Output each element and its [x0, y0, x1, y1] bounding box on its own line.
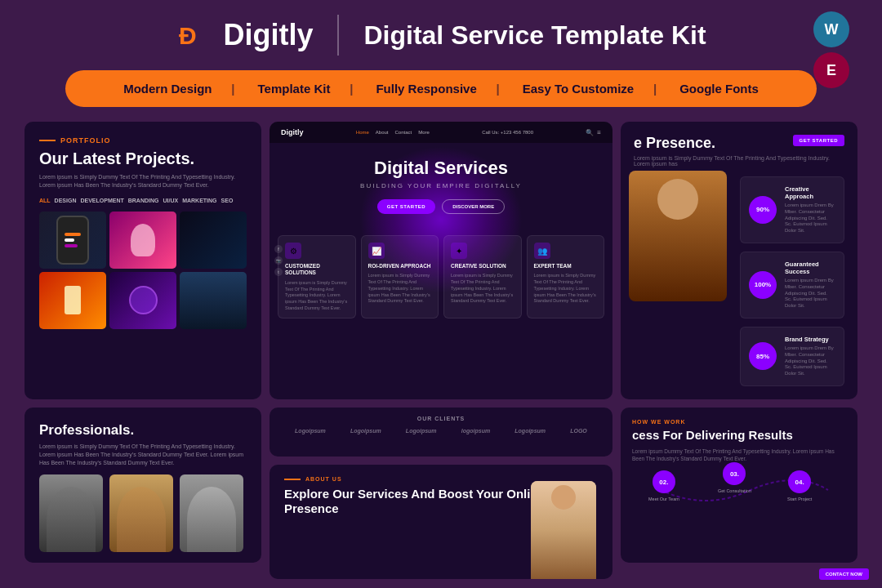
- process-card: HOW WE WORK cess For Delivering Results …: [621, 408, 858, 563]
- facebook-icon[interactable]: f: [274, 245, 283, 253]
- step-4-label: Start Project: [787, 497, 812, 501]
- professionals-title: Professionals.: [39, 422, 247, 439]
- service-customized: ⚙ CUSTOMIZED SOLUTIONS Lorem ipsum is Si…: [278, 235, 356, 318]
- nav-more[interactable]: More: [418, 130, 430, 135]
- nav-about[interactable]: About: [376, 130, 389, 135]
- filter-branding[interactable]: BRANDING: [128, 198, 159, 203]
- stat-success: 100% Guaranteed Success Lorem ipsum Drem…: [740, 252, 844, 318]
- customized-icon: ⚙: [285, 243, 301, 259]
- service-creative: ✦ CREATIVE SOLUTION Lorem ipsum is Simpl…: [443, 235, 522, 318]
- feature-template-kit: Template Kit: [234, 82, 353, 96]
- step-2-label: Meet Our Team: [648, 497, 679, 501]
- hero-nav-links: Home About Contact More: [356, 130, 430, 135]
- service-creative-desc: Lorem ipsum is Simply Dummy Text Of The …: [451, 273, 514, 304]
- hero-navbar: Digitly Home About Contact More Call Us:…: [270, 122, 612, 143]
- service-creative-title: CREATIVE SOLUTION: [451, 263, 514, 270]
- stat-brand: 85% Brand Strategy Lorem ipsum Drem By M…: [740, 327, 844, 386]
- team-photo-3: [180, 474, 243, 552]
- portfolio-card: PORTFOLIO Our Latest Projects. Lorem ips…: [24, 122, 261, 399]
- filter-tags: ALL DESIGN DEVELOPMENT BRANDING UI/UX MA…: [39, 198, 247, 203]
- client-logo-3: Logoipsum: [406, 428, 437, 434]
- team-photo-2: [109, 474, 173, 552]
- stat-brand-info: Brand Strategy Lorem ipsum Drem By Mber.…: [785, 336, 835, 377]
- about-woman-image: [531, 481, 596, 579]
- about-card: ABOUT US Explore Our Services And Boost …: [270, 465, 612, 579]
- portfolio-item-4[interactable]: [39, 272, 106, 329]
- portfolio-item-5[interactable]: [109, 272, 176, 329]
- discover-more-button[interactable]: DISCOVER MORE: [442, 199, 505, 214]
- service-roi: 📈 ROI-DRIVEN APPROACH Lorem ipsum is Sim…: [361, 235, 439, 318]
- logo-text: Digitly: [223, 18, 313, 52]
- portfolio-item-2[interactable]: [109, 212, 176, 269]
- client-logo-4: logoipsum: [461, 428, 490, 434]
- portfolio-label: PORTFOLIO: [39, 136, 247, 145]
- creative-desc: Lorem ipsum Drem By Mber. Consectetur Ad…: [785, 203, 835, 234]
- stat-creative: 90% Creative Approach Lorem ipsum Drem B…: [740, 176, 844, 243]
- client-logo-1: Logoipsum: [295, 428, 326, 434]
- service-customized-title: CUSTOMIZED SOLUTIONS: [285, 263, 349, 277]
- feature-modern-design: Modern Design: [100, 82, 234, 96]
- filter-development[interactable]: DEVELOPMENT: [80, 198, 123, 203]
- step-4-circle: 04.: [788, 470, 811, 493]
- get-started-badge[interactable]: GET STARTED: [793, 135, 844, 146]
- get-started-button[interactable]: GET STARTED: [377, 199, 435, 214]
- feature-google-fonts: Google Fonts: [657, 82, 782, 96]
- hero-buttons: GET STARTED DISCOVER MORE: [286, 199, 596, 214]
- step-2: 02. Meet Our Team: [648, 470, 679, 501]
- portfolio-item-3[interactable]: [180, 212, 247, 269]
- logo-icon: Ð: [176, 18, 210, 52]
- portfolio-title: Our Latest Projects.: [39, 149, 247, 168]
- nav-contact[interactable]: Contact: [395, 130, 412, 135]
- filter-design[interactable]: DESIGN: [55, 198, 77, 203]
- features-bar: Modern Design Template Kit Fully Respons…: [65, 70, 817, 107]
- success-percent: 100%: [749, 271, 777, 299]
- brand-title: Brand Strategy: [785, 336, 835, 343]
- step-2-circle: 02.: [653, 470, 675, 493]
- left-panel: PORTFOLIO Our Latest Projects. Lorem ips…: [24, 122, 261, 583]
- service-customized-desc: Lorem ipsum is Simply Dummy Text Of The …: [285, 280, 349, 311]
- service-expert-title: EXPERT TEAM: [534, 263, 598, 270]
- phone-mockup: [56, 216, 89, 265]
- hero-content: Digital Services BUILDING YOUR EMPIRE DI…: [270, 143, 612, 235]
- process-desc: Lorem ipsum Dummy Text Of The Printing A…: [632, 448, 846, 462]
- roi-icon: 📈: [368, 243, 385, 259]
- feature-responsive: Fully Responsive: [353, 82, 499, 96]
- filter-marketing[interactable]: MARKETING: [182, 198, 216, 203]
- twitter-icon[interactable]: t: [274, 268, 283, 276]
- professionals-desc: Lorem ipsum is Simply Dummy Text Of The …: [39, 443, 247, 466]
- presence-person-image: [629, 171, 727, 301]
- main-content: PORTFOLIO Our Latest Projects. Lorem ips…: [0, 122, 882, 583]
- badges-area: W E: [813, 11, 849, 88]
- nav-home[interactable]: Home: [356, 130, 369, 135]
- clients-label: OUR CLIENTS: [283, 416, 599, 421]
- svg-text:Ð: Ð: [179, 22, 197, 49]
- instagram-icon[interactable]: 📷: [274, 256, 283, 265]
- clients-logos: Logoipsum Logoipsum Logoipsum logoipsum …: [283, 428, 599, 434]
- process-title: cess For Delivering Results: [632, 428, 846, 443]
- success-title: Guaranteed Success: [785, 261, 835, 275]
- logo-area: Ð Digitly: [176, 18, 313, 52]
- service-expert-desc: Lorem ipsum is Simply Dummy Text Of The …: [534, 273, 598, 304]
- team-photos: [39, 474, 247, 552]
- menu-icon[interactable]: ≡: [597, 129, 601, 136]
- hero-call: Call Us: +123 456 7800: [482, 130, 533, 135]
- step-3-circle: 03.: [723, 462, 746, 485]
- client-logo-5: Logoipsum: [514, 428, 546, 434]
- hero-subtitle: BUILDING YOUR EMPIRE DIGITALLY: [286, 182, 596, 189]
- expert-icon: 👥: [534, 243, 550, 259]
- creative-percent: 90%: [749, 196, 777, 224]
- filter-seo[interactable]: SEO: [221, 198, 234, 203]
- step-3: 03. Get Consultation: [718, 462, 751, 493]
- filter-uiux[interactable]: UI/UX: [163, 198, 178, 203]
- filter-all[interactable]: ALL: [39, 198, 51, 203]
- team-photo-1: [39, 474, 103, 552]
- portfolio-item-1[interactable]: [39, 212, 106, 269]
- stat-bars: 90% Creative Approach Lorem ipsum Drem B…: [740, 176, 844, 386]
- search-icon[interactable]: 🔍: [586, 129, 594, 136]
- portfolio-item-6[interactable]: [180, 272, 247, 329]
- hero-logo: Digitly: [281, 128, 304, 136]
- header-divider: [337, 15, 339, 56]
- step-3-label: Get Consultation: [718, 488, 751, 493]
- portfolio-desc: Lorem ipsum is Simply Dummy Text Of The …: [39, 173, 247, 189]
- success-desc: Lorem ipsum Drem By Mber. Consectetur Ad…: [785, 278, 835, 310]
